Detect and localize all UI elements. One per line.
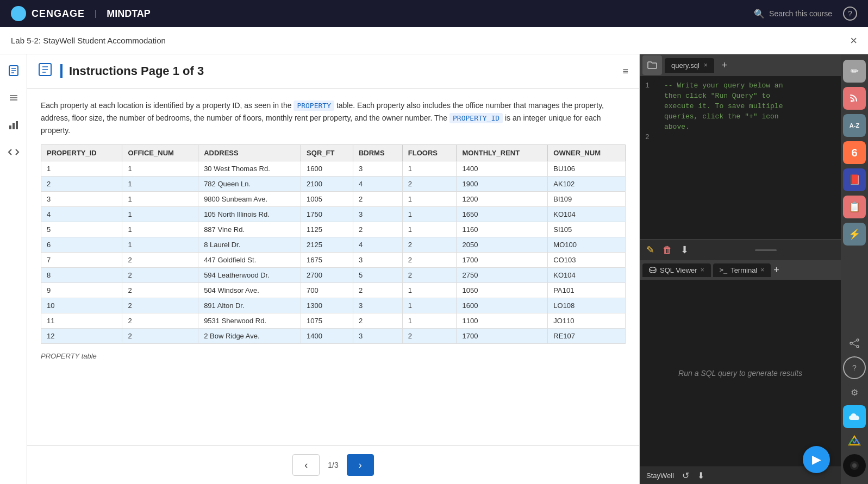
- table-row: 1129531 Sherwood Rd.1075211100JO110: [41, 313, 626, 328]
- property-tag: PROPERTY: [294, 100, 334, 111]
- instructions-title: Instructions Page 1 of 3: [69, 64, 204, 78]
- sidebar-book-icon[interactable]: [5, 62, 22, 79]
- table-row: 92504 Windsor Ave.700211050PA101: [41, 282, 626, 298]
- sql-viewer-close[interactable]: ×: [701, 266, 704, 274]
- line-num-blank4: [645, 123, 656, 131]
- svg-rect-9: [13, 123, 15, 129]
- sidebar-chart-icon[interactable]: [5, 117, 22, 133]
- col-owner-num: OWNER_NUM: [548, 144, 626, 161]
- col-bdrms: BDRMS: [353, 144, 402, 161]
- prev-button[interactable]: ‹: [292, 454, 320, 476]
- pencil-icon[interactable]: ✏: [843, 60, 866, 83]
- line-num-1: 1: [645, 81, 656, 90]
- line-num-2: 2: [645, 133, 656, 141]
- code-line-5: above.: [645, 123, 835, 131]
- num6-icon[interactable]: 6: [843, 141, 866, 164]
- sidebar-list-icon[interactable]: [5, 90, 22, 106]
- code-editor[interactable]: 1 -- Write your query below an then clic…: [640, 76, 841, 239]
- drive-icon[interactable]: [843, 430, 866, 452]
- instructions-panel: Instructions Page 1 of 3 ≡ Each property…: [27, 54, 640, 484]
- help2-icon[interactable]: ?: [843, 356, 866, 379]
- svg-line-20: [852, 341, 857, 343]
- svg-line-21: [852, 344, 857, 346]
- table-header-row: PROPERTY_ID OFFICE_NUM ADDRESS SQR_FT BD…: [41, 144, 626, 161]
- property-table: PROPERTY_ID OFFICE_NUM ADDRESS SQR_FT BD…: [41, 144, 626, 344]
- table-row: 72447 Goldfield St.1675321700CO103: [41, 252, 626, 267]
- cengage-logo-icon: [11, 6, 26, 21]
- logo-separator: |: [95, 9, 97, 18]
- code-comment-3: execute it. To save multiple: [664, 102, 783, 110]
- history-icon[interactable]: ↺: [682, 470, 689, 481]
- editor-tabs: query.sql × +: [640, 54, 841, 76]
- svg-rect-8: [9, 125, 11, 129]
- table-caption: PROPERTY table: [41, 352, 626, 360]
- instructions-title-wrapper: Instructions Page 1 of 3: [60, 64, 204, 78]
- code-comment-2: then click "Run Query" to: [664, 92, 770, 100]
- tab-close-icon[interactable]: ×: [704, 61, 708, 69]
- add-bottom-tab-button[interactable]: +: [773, 265, 779, 276]
- notepad-icon[interactable]: 📋: [843, 196, 866, 218]
- svg-point-15: [650, 267, 656, 271]
- menu-icon[interactable]: ≡: [622, 66, 628, 77]
- delete-icon[interactable]: 🗑: [663, 244, 672, 256]
- mindtap-text: MINDTAP: [107, 8, 151, 20]
- table-row: 102891 Alton Dr.1300311600LO108: [41, 298, 626, 313]
- rs-bottom: ? ⚙: [843, 332, 866, 479]
- lab-title: Lab 5-2: StayWell Student Accommodation: [11, 36, 850, 45]
- run-button[interactable]: ▶: [803, 446, 830, 473]
- code-comment-4: queries, click the "+" icon: [664, 112, 779, 121]
- edit-icon[interactable]: ✎: [646, 244, 654, 256]
- sql-viewer-tab[interactable]: SQL Viewer ×: [642, 263, 711, 277]
- terminal-close[interactable]: ×: [760, 266, 764, 274]
- book-icon[interactable]: 📕: [843, 168, 866, 191]
- col-monthly-rent: MONTHLY_RENT: [457, 144, 548, 161]
- nav-right: 🔍 Search this course ?: [754, 7, 857, 21]
- share-icon[interactable]: [843, 332, 866, 355]
- line-num-blank: [645, 92, 656, 100]
- col-floors: FLOORS: [402, 144, 457, 161]
- top-nav: CENGAGE | MINDTAP 🔍 Search this course ?: [0, 0, 868, 27]
- code-line-3: execute it. To save multiple: [645, 102, 835, 110]
- table-row: 1222 Bow Ridge Ave.1400321700RE107: [41, 328, 626, 343]
- right-panel: query.sql × + 1 -- Write your query belo…: [640, 54, 841, 484]
- tab-filename: query.sql: [671, 61, 700, 70]
- table-row: 319800 Sunbeam Ave.1005211200BI109: [41, 191, 626, 206]
- status-download-icon[interactable]: ⬇: [697, 470, 704, 481]
- property-id-tag: PROPERTY_ID: [449, 113, 503, 123]
- col-address: ADDRESS: [198, 144, 301, 161]
- next-button[interactable]: ›: [347, 454, 374, 476]
- instructions-header: Instructions Page 1 of 3 ≡: [27, 54, 639, 89]
- table-row: 1130 West Thomas Rd.1600311400BU106: [41, 161, 626, 176]
- sql-viewer-label: SQL Viewer: [660, 266, 697, 274]
- sidebar-code-icon[interactable]: [5, 144, 22, 160]
- az-icon[interactable]: A-Z: [843, 114, 866, 137]
- page-indicator: 1/3: [328, 461, 338, 469]
- svg-point-16: [851, 100, 853, 102]
- code-line-6: 2: [645, 133, 835, 141]
- download-icon[interactable]: ⬇: [680, 244, 689, 256]
- instructions-book-icon: [38, 62, 52, 80]
- svg-point-23: [852, 463, 857, 468]
- svg-point-18: [850, 342, 852, 344]
- rss-icon[interactable]: [843, 87, 866, 110]
- table-row: 21782 Queen Ln.2100421900AK102: [41, 176, 626, 191]
- circle-dark-icon[interactable]: [843, 454, 866, 477]
- code2-icon[interactable]: ⚡: [843, 223, 866, 246]
- sql-viewer-content: Run a SQL query to generate results: [640, 280, 841, 467]
- add-tab-button[interactable]: +: [717, 58, 732, 73]
- help-icon[interactable]: ?: [843, 7, 857, 21]
- terminal-tab[interactable]: >_ Terminal ×: [713, 263, 771, 277]
- search-area[interactable]: 🔍 Search this course: [754, 9, 832, 19]
- code-comment-1: -- Write your query below an: [664, 81, 783, 90]
- second-bar: Lab 5-2: StayWell Student Accommodation …: [0, 27, 868, 54]
- col-office-num: OFFICE_NUM: [122, 144, 198, 161]
- svg-rect-10: [16, 121, 18, 129]
- code-comment-5: above.: [664, 123, 690, 131]
- col-sqr-ft: SQR_FT: [301, 144, 353, 161]
- close-button[interactable]: ×: [850, 34, 857, 48]
- settings-icon[interactable]: ⚙: [843, 381, 866, 404]
- folder-button[interactable]: [642, 55, 662, 75]
- query-sql-tab[interactable]: query.sql ×: [665, 58, 714, 73]
- pagination: ‹ 1/3 ›: [27, 445, 639, 484]
- cloud-icon[interactable]: [843, 405, 866, 428]
